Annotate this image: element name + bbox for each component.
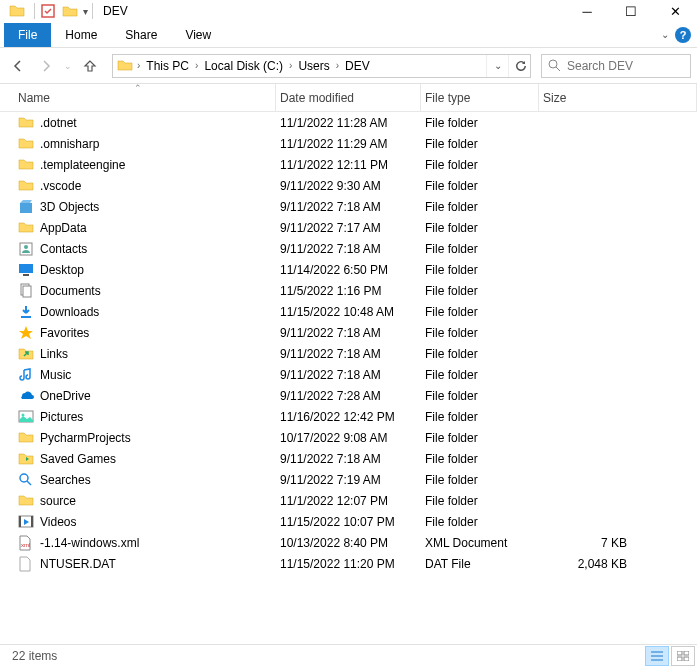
file-type: File folder (421, 347, 539, 361)
tab-share[interactable]: Share (111, 23, 171, 47)
crumb-sep-icon[interactable]: › (334, 60, 341, 71)
file-row[interactable]: Desktop11/14/2022 6:50 PMFile folder (0, 259, 697, 280)
file-date: 11/1/2022 11:29 AM (276, 137, 421, 151)
folder-icon (18, 115, 34, 131)
file-row[interactable]: .omnisharp11/1/2022 11:29 AMFile folder (0, 133, 697, 154)
tab-file[interactable]: File (4, 23, 51, 47)
col-date-header[interactable]: Date modified (276, 84, 421, 111)
icons-view-button[interactable] (671, 646, 695, 666)
crumb-localdisk[interactable]: Local Disk (C:) (200, 59, 287, 73)
minimize-button[interactable]: ─ (565, 0, 609, 22)
file-row[interactable]: .templateengine11/1/2022 12:11 PMFile fo… (0, 154, 697, 175)
file-name: Videos (40, 515, 76, 529)
file-date: 9/11/2022 7:18 AM (276, 368, 421, 382)
up-button[interactable] (78, 54, 102, 78)
maximize-button[interactable]: ☐ (609, 0, 653, 22)
searches-icon (18, 472, 34, 488)
col-name-header[interactable]: ⌃Name (0, 84, 276, 111)
file-type: File folder (421, 221, 539, 235)
file-row[interactable]: Downloads11/15/2022 10:48 AMFile folder (0, 301, 697, 322)
svg-point-1 (549, 60, 557, 68)
crumb-sep-icon[interactable]: › (287, 60, 294, 71)
file-date: 9/11/2022 7:17 AM (276, 221, 421, 235)
crumb-dev[interactable]: DEV (341, 59, 374, 73)
file-date: 9/11/2022 7:18 AM (276, 347, 421, 361)
file-row[interactable]: .dotnet11/1/2022 11:28 AMFile folder (0, 112, 697, 133)
file-date: 11/1/2022 11:28 AM (276, 116, 421, 130)
file-date: 9/11/2022 7:18 AM (276, 452, 421, 466)
file-row[interactable]: OneDrive9/11/2022 7:28 AMFile folder (0, 385, 697, 406)
address-folder-icon (117, 58, 133, 74)
back-button[interactable] (6, 54, 30, 78)
search-box[interactable] (541, 54, 691, 78)
file-row[interactable]: 3D Objects9/11/2022 7:18 AMFile folder (0, 196, 697, 217)
recent-dropdown-icon[interactable]: ⌄ (62, 54, 74, 78)
qat-newfolder-icon[interactable] (61, 2, 79, 20)
file-row[interactable]: Links9/11/2022 7:18 AMFile folder (0, 343, 697, 364)
search-icon (548, 59, 561, 72)
file-row[interactable]: Videos11/15/2022 10:07 PMFile folder (0, 511, 697, 532)
file-row[interactable]: Documents11/5/2022 1:16 PMFile folder (0, 280, 697, 301)
downloads-icon (18, 304, 34, 320)
search-input[interactable] (567, 59, 667, 73)
file-name: Contacts (40, 242, 87, 256)
help-icon[interactable]: ? (675, 27, 691, 43)
forward-button[interactable] (34, 54, 58, 78)
xml-icon: xml (18, 535, 34, 551)
file-row[interactable]: Favorites9/11/2022 7:18 AMFile folder (0, 322, 697, 343)
ribbon-expand-icon[interactable]: ⌄ (661, 29, 669, 40)
folder-icon (18, 430, 34, 446)
file-row[interactable]: PycharmProjects10/17/2022 9:08 AMFile fo… (0, 427, 697, 448)
file-name: NTUSER.DAT (40, 557, 116, 571)
crumb-thispc[interactable]: This PC (142, 59, 193, 73)
nav-bar: ⌄ › This PC › Local Disk (C:) › Users › … (0, 48, 697, 84)
file-date: 11/15/2022 11:20 PM (276, 557, 421, 571)
col-type-label: File type (425, 91, 470, 105)
file-type: File folder (421, 179, 539, 193)
file-type: File folder (421, 431, 539, 445)
col-size-header[interactable]: Size (539, 84, 697, 111)
close-button[interactable]: ✕ (653, 0, 697, 22)
file-row[interactable]: Contacts9/11/2022 7:18 AMFile folder (0, 238, 697, 259)
refresh-button[interactable] (508, 55, 530, 77)
file-row[interactable]: Pictures11/16/2022 12:42 PMFile folder (0, 406, 697, 427)
file-name: .vscode (40, 179, 81, 193)
crumb-sep-icon[interactable]: › (193, 60, 200, 71)
crumb-sep-icon[interactable]: › (135, 60, 142, 71)
title-separator (92, 3, 93, 19)
col-size-label: Size (543, 91, 566, 105)
file-type: File folder (421, 494, 539, 508)
qat-properties-icon[interactable] (39, 2, 57, 20)
file-date: 11/16/2022 12:42 PM (276, 410, 421, 424)
file-row[interactable]: source11/1/2022 12:07 PMFile folder (0, 490, 697, 511)
col-type-header[interactable]: File type (421, 84, 539, 111)
tab-view[interactable]: View (171, 23, 225, 47)
file-type: File folder (421, 158, 539, 172)
file-row[interactable]: .vscode9/11/2022 9:30 AMFile folder (0, 175, 697, 196)
file-row[interactable]: Music9/11/2022 7:18 AMFile folder (0, 364, 697, 385)
file-row[interactable]: Searches9/11/2022 7:19 AMFile folder (0, 469, 697, 490)
col-date-label: Date modified (280, 91, 354, 105)
file-type: File folder (421, 515, 539, 529)
file-type: File folder (421, 326, 539, 340)
qat-dropdown-icon[interactable]: ▾ (83, 6, 88, 17)
svg-rect-23 (684, 651, 689, 655)
file-date: 11/5/2022 1:16 PM (276, 284, 421, 298)
file-row[interactable]: NTUSER.DAT11/15/2022 11:20 PMDAT File2,0… (0, 553, 697, 574)
tab-home[interactable]: Home (51, 23, 111, 47)
file-date: 11/15/2022 10:48 AM (276, 305, 421, 319)
file-row[interactable]: Saved Games9/11/2022 7:18 AMFile folder (0, 448, 697, 469)
file-date: 11/1/2022 12:11 PM (276, 158, 421, 172)
file-type: File folder (421, 263, 539, 277)
file-row[interactable]: AppData9/11/2022 7:17 AMFile folder (0, 217, 697, 238)
file-name: AppData (40, 221, 87, 235)
address-dropdown-icon[interactable]: ⌄ (486, 55, 508, 77)
details-view-button[interactable] (645, 646, 669, 666)
address-bar[interactable]: › This PC › Local Disk (C:) › Users › DE… (112, 54, 531, 78)
saved-icon (18, 451, 34, 467)
file-size: 2,048 KB (539, 557, 697, 571)
svg-rect-6 (19, 264, 33, 273)
file-name: 3D Objects (40, 200, 99, 214)
crumb-users[interactable]: Users (294, 59, 333, 73)
file-row[interactable]: xml-1.14-windows.xml10/13/2022 8:40 PMXM… (0, 532, 697, 553)
